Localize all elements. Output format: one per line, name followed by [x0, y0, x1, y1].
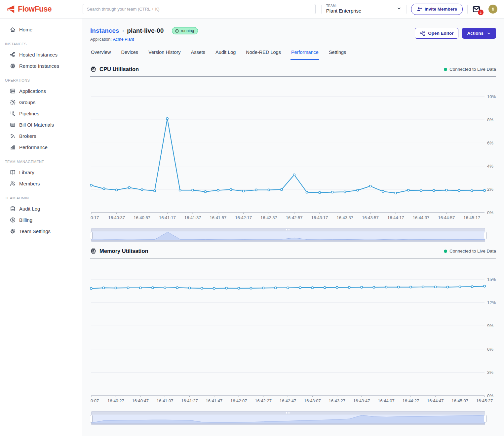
svg-text:16:40:57: 16:40:57 [134, 215, 150, 220]
svg-text:16:45:27: 16:45:27 [476, 398, 493, 403]
svg-text:3%: 3% [487, 370, 493, 375]
svg-text:16:42:47: 16:42:47 [280, 398, 296, 403]
applications-icon [10, 88, 16, 94]
svg-text:16:44:27: 16:44:27 [403, 398, 419, 403]
avatar[interactable]: fl [488, 5, 497, 14]
tab-bar: OverviewDevicesVersion HistoryAssetsAudi… [82, 48, 504, 60]
brokers-icon [10, 133, 16, 139]
page-header: Instances › plant-live-00 running Applic… [90, 19, 496, 42]
navigator-right-handle[interactable] [484, 415, 486, 422]
svg-text:8%: 8% [487, 117, 493, 122]
groups-icon [10, 99, 16, 105]
svg-text:16:45:07: 16:45:07 [451, 398, 468, 403]
svg-text:2%: 2% [487, 187, 493, 192]
tab-performance[interactable]: Performance [291, 48, 319, 60]
svg-text:16:42:37: 16:42:37 [260, 215, 277, 220]
sidebar-item-applications[interactable]: Applications [0, 85, 82, 97]
header-actions: Open Editor Actions [415, 28, 496, 39]
open-editor-label: Open Editor [428, 31, 453, 36]
live-dot-icon [444, 68, 447, 71]
cpu-chart: 0%2%4%6%8%10%0:1716:40:3716:40:5716:41:1… [90, 77, 496, 222]
tab-settings[interactable]: Settings [328, 48, 347, 60]
sidebar-nav: HomeINSTANCESHosted InstancesRemote Inst… [0, 19, 82, 436]
live-status-label: Connected to Live Data [449, 67, 496, 72]
navigator-track [91, 424, 485, 425]
pipelines-icon [10, 111, 16, 116]
notifications-button[interactable]: 2 [472, 5, 481, 13]
open-editor-button[interactable]: Open Editor [415, 28, 458, 39]
sidebar-item-label: Team Settings [19, 228, 51, 234]
remote-instances-icon [10, 63, 16, 69]
sidebar-item-home[interactable]: Home [0, 24, 82, 35]
invite-members-button[interactable]: Invite Members [411, 4, 463, 15]
topbar: FlowFuse TEAM: Plant Enterprise Invite M… [0, 0, 504, 19]
cpu-chip-icon [90, 66, 97, 72]
search-input[interactable] [83, 4, 316, 14]
tab-node-red-logs[interactable]: Node-RED Logs [245, 48, 282, 60]
tab-audit-log[interactable]: Audit Log [215, 48, 236, 60]
chevron-down-icon [397, 6, 402, 12]
sidebar-item-bill-of-materials[interactable]: Bill Of Materials [0, 119, 82, 130]
team-label: TEAM: [326, 4, 362, 8]
svg-text:16:44:07: 16:44:07 [378, 398, 395, 403]
sidebar-item-members[interactable]: Members [0, 178, 82, 189]
main-content: Instances › plant-live-00 running Applic… [82, 19, 504, 436]
navigator-left-handle[interactable] [90, 232, 93, 239]
team-selector[interactable]: TEAM: Plant Enterprise [326, 4, 402, 14]
svg-text:16:41:47: 16:41:47 [206, 398, 223, 403]
sidebar-item-label: Brokers [19, 133, 36, 139]
sidebar-item-billing[interactable]: Billing [0, 214, 82, 225]
sidebar-item-label: Groups [19, 99, 35, 105]
breadcrumb-instances-link[interactable]: Instances [90, 27, 119, 34]
sidebar-item-remote-instances[interactable]: Remote Instances [0, 60, 82, 71]
memory-chip-icon [90, 248, 97, 254]
sidebar-section-header-team-management: TEAM MANAGEMENT [0, 153, 82, 167]
sidebar-item-label: Performance [19, 144, 48, 150]
cpu-chart-title: CPU Utilisation [99, 66, 139, 72]
page-title: plant-live-00 [127, 27, 164, 34]
flowfuse-logo[interactable]: FlowFuse [6, 5, 83, 14]
svg-text:16:42:57: 16:42:57 [286, 215, 303, 220]
cpu-section-head: CPU Utilisation Connected to Live Data [90, 62, 496, 77]
status-badge: running [172, 27, 198, 34]
open-editor-icon [420, 30, 425, 36]
sidebar-item-label: Billing [19, 217, 32, 223]
hosted-instances-icon [10, 52, 16, 58]
sidebar-item-brokers[interactable]: Brokers [0, 130, 82, 141]
home-icon [10, 27, 16, 32]
cpu-range-navigator[interactable] [91, 228, 485, 242]
sidebar-item-groups[interactable]: Groups [0, 97, 82, 108]
sidebar-item-label: Home [19, 27, 32, 32]
sidebar-item-library[interactable]: Library [0, 167, 82, 178]
application-link[interactable]: Acme Plant [113, 37, 134, 42]
navigator-left-handle[interactable] [90, 415, 93, 422]
sidebar-item-audit-log[interactable]: Audit Log [0, 203, 82, 214]
svg-text:16:44:17: 16:44:17 [387, 215, 404, 220]
actions-button[interactable]: Actions [462, 28, 496, 39]
divider [321, 5, 322, 14]
sidebar-item-hosted-instances[interactable]: Hosted Instances [0, 49, 82, 60]
sidebar-item-performance[interactable]: Performance [0, 141, 82, 153]
navigator-right-handle[interactable] [484, 232, 486, 239]
sidebar-section-header-instances: INSTANCES [0, 35, 82, 49]
svg-text:16:43:27: 16:43:27 [329, 398, 345, 403]
tab-version-history[interactable]: Version History [148, 48, 181, 60]
svg-text:16:41:37: 16:41:37 [184, 215, 201, 220]
memory-range-navigator[interactable] [91, 411, 485, 425]
navigator-band[interactable] [91, 414, 485, 424]
live-dot-icon [444, 250, 447, 253]
svg-text:16:44:47: 16:44:47 [427, 398, 444, 403]
cpu-section: CPU Utilisation Connected to Live Data 0… [90, 62, 496, 242]
svg-text:9%: 9% [487, 323, 493, 328]
tab-overview[interactable]: Overview [90, 48, 111, 60]
svg-text:12%: 12% [487, 300, 496, 305]
sidebar-item-team-settings[interactable]: Team Settings [0, 225, 82, 237]
sidebar-item-label: Members [19, 181, 40, 186]
sidebar-item-pipelines[interactable]: Pipelines [0, 108, 82, 119]
flowfuse-logo-icon [6, 5, 15, 14]
tab-assets[interactable]: Assets [190, 48, 206, 60]
navigator-band[interactable] [91, 231, 485, 241]
tab-devices[interactable]: Devices [120, 48, 139, 60]
navigator-grip-icon [286, 229, 290, 230]
sidebar-section-header-team-admin: TEAM ADMIN [0, 189, 82, 203]
